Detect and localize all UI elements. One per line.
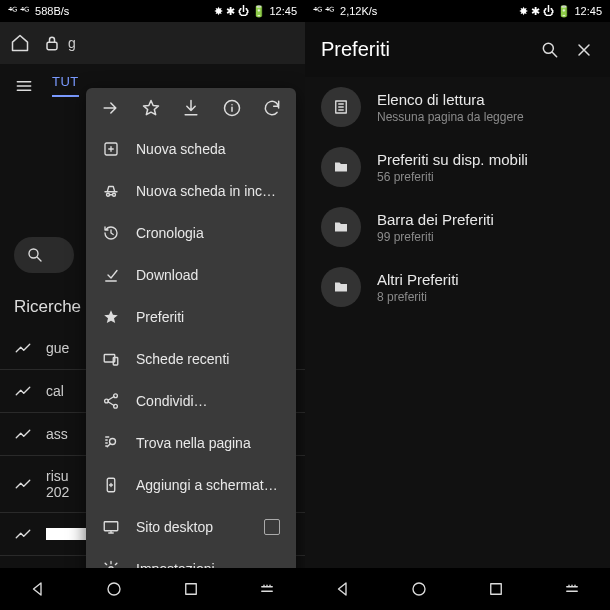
menu-downloads[interactable]: Download xyxy=(86,254,296,296)
speed: 588B/s xyxy=(35,5,69,18)
history-icon xyxy=(102,224,120,242)
page-content: TUT Ricerche gue cal ass risu 202 Nuova … xyxy=(0,64,305,568)
star-icon xyxy=(102,308,120,326)
close-icon[interactable] xyxy=(574,40,594,60)
svg-rect-16 xyxy=(185,584,196,595)
search-input[interactable] xyxy=(14,237,74,273)
clock: 12:45 xyxy=(269,5,297,17)
navbar xyxy=(0,568,305,610)
network-icon: ⁴ᴳ ⁴ᴳ xyxy=(313,5,334,18)
star-icon[interactable] xyxy=(141,98,161,118)
urlbar: g xyxy=(0,22,305,64)
folder-icon xyxy=(332,218,350,236)
desktop-checkbox[interactable] xyxy=(264,519,280,535)
nav-home-icon[interactable] xyxy=(105,580,123,598)
home-icon[interactable] xyxy=(10,33,30,53)
refresh-icon[interactable] xyxy=(262,98,282,118)
menu-incognito[interactable]: Nuova scheda in incogn… xyxy=(86,170,296,212)
folder-other[interactable]: Altri Preferiti8 preferiti xyxy=(305,257,610,317)
nav-back-icon[interactable] xyxy=(29,580,47,598)
forward-icon[interactable] xyxy=(100,98,120,118)
info-icon[interactable] xyxy=(222,98,242,118)
devices-icon xyxy=(102,350,120,368)
svg-rect-7 xyxy=(113,358,118,366)
nav-back-icon[interactable] xyxy=(334,580,352,598)
nav-recent-icon[interactable] xyxy=(487,580,505,598)
plus-box-icon xyxy=(102,140,120,158)
statusbar: ⁴ᴳ ⁴ᴳ 2,12K/s ✸ ✱ ⏻ 🔋 12:45 xyxy=(305,0,610,22)
trend-icon xyxy=(14,382,32,400)
clock: 12:45 xyxy=(574,5,602,17)
speed: 2,12K/s xyxy=(340,5,377,18)
page-title: Preferiti xyxy=(321,38,526,61)
share-icon xyxy=(102,392,120,410)
svg-point-17 xyxy=(543,43,553,53)
menu-history[interactable]: Cronologia xyxy=(86,212,296,254)
folder-reading-list[interactable]: Elenco di letturaNessuna pagina da legge… xyxy=(305,77,610,137)
nav-recent-icon[interactable] xyxy=(182,580,200,598)
folder-icon xyxy=(332,278,350,296)
statusbar: ⁴ᴳ ⁴ᴳ 588B/s ✸ ✱ ⏻ 🔋 12:45 xyxy=(0,0,305,22)
lock-icon xyxy=(42,33,62,53)
nav-drawer-icon[interactable] xyxy=(258,580,276,598)
nav-drawer-icon[interactable] xyxy=(563,580,581,598)
svg-rect-0 xyxy=(47,42,57,49)
gear-icon xyxy=(102,560,120,568)
menu-settings[interactable]: Impostazioni xyxy=(86,548,296,568)
svg-point-1 xyxy=(29,249,38,258)
tab-all[interactable]: TUT xyxy=(52,74,79,97)
folder-icon xyxy=(332,158,350,176)
hamburger-icon[interactable] xyxy=(14,76,34,96)
menu-add-homescreen[interactable]: Aggiungi a schermata H… xyxy=(86,464,296,506)
menu-new-tab[interactable]: Nuova scheda xyxy=(86,128,296,170)
menu-bookmarks[interactable]: Preferiti xyxy=(86,296,296,338)
trend-icon xyxy=(14,339,32,357)
search-icon xyxy=(26,246,44,264)
svg-rect-20 xyxy=(490,584,501,595)
network-icon: ⁴ᴳ ⁴ᴳ xyxy=(8,5,29,18)
download-icon[interactable] xyxy=(181,98,201,118)
svg-point-14 xyxy=(109,567,114,568)
trend-icon xyxy=(14,425,32,443)
phone-right: ⁴ᴳ ⁴ᴳ 2,12K/s ✸ ✱ ⏻ 🔋 12:45 Preferiti El… xyxy=(305,0,610,610)
reading-list-icon xyxy=(332,98,350,116)
svg-rect-13 xyxy=(104,522,118,531)
trend-icon xyxy=(14,475,32,493)
folder-mobile[interactable]: Preferiti su disp. mobili56 preferiti xyxy=(305,137,610,197)
svg-point-15 xyxy=(108,583,120,595)
bookmarks-header: Preferiti xyxy=(305,22,610,77)
url-text: g xyxy=(68,35,76,51)
menu-desktop-site[interactable]: Sito desktop xyxy=(86,506,296,548)
menu-find[interactable]: Trova nella pagina xyxy=(86,422,296,464)
url-field[interactable]: g xyxy=(42,33,76,53)
overflow-menu: Nuova scheda Nuova scheda in incogn… Cro… xyxy=(86,88,296,568)
navbar xyxy=(305,568,610,610)
search-icon[interactable] xyxy=(540,40,560,60)
trend-icon xyxy=(14,525,32,543)
download-check-icon xyxy=(102,266,120,284)
incognito-icon xyxy=(102,182,120,200)
folder-bookmarks-bar[interactable]: Barra dei Preferiti99 preferiti xyxy=(305,197,610,257)
menu-recent-tabs[interactable]: Schede recenti xyxy=(86,338,296,380)
menu-share[interactable]: Condividi… xyxy=(86,380,296,422)
bookmarks-list: Elenco di letturaNessuna pagina da legge… xyxy=(305,77,610,568)
svg-point-19 xyxy=(413,583,425,595)
find-icon xyxy=(102,434,120,452)
add-home-icon xyxy=(102,476,120,494)
desktop-icon xyxy=(102,518,120,536)
phone-left: ⁴ᴳ ⁴ᴳ 588B/s ✸ ✱ ⏻ 🔋 12:45 g TUT Ricerch… xyxy=(0,0,305,610)
nav-home-icon[interactable] xyxy=(410,580,428,598)
